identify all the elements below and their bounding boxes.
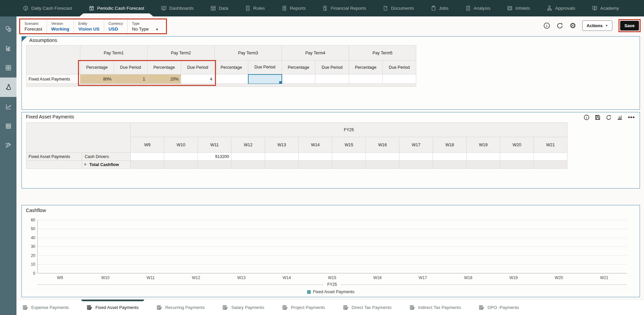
pov-currency[interactable]: Currency USD [104, 19, 128, 33]
sidebar-item-plus-dashboard[interactable] [0, 58, 16, 77]
grid-cell-pt2-due-period[interactable]: 4 [181, 74, 215, 84]
grid-cell-w12[interactable] [231, 161, 265, 169]
grid-cell-w11[interactable] [198, 161, 231, 169]
tab-label: Project Payments [291, 305, 325, 310]
refresh-icon[interactable] [606, 114, 612, 120]
save-disk-icon[interactable] [595, 114, 601, 120]
grid-cell-w13[interactable] [265, 161, 299, 169]
tab-direct-tax-payments[interactable]: Direct Tax Payments [343, 300, 392, 315]
sidebar-item-assumptions-lab[interactable] [0, 77, 16, 97]
more-ellipsis-icon[interactable]: ••• [628, 115, 635, 120]
nav-item-analysis[interactable]: Analysis [465, 0, 490, 16]
refresh-icon[interactable] [556, 22, 563, 29]
tab-indirect-tax-payments[interactable]: Indirect Tax Payments [410, 300, 461, 315]
infolet-icon [507, 5, 513, 11]
grid-cell-pt1-percentage[interactable]: 80% [80, 74, 114, 84]
grid-cell-w20[interactable] [500, 153, 534, 161]
save-button[interactable]: Save [620, 21, 639, 31]
grid-cell-w21[interactable] [534, 153, 567, 161]
tab-project-payments[interactable]: Project Payments [282, 300, 325, 315]
grid-cell-w14[interactable] [299, 161, 332, 169]
assumptions-grid: Pay Term1 Pay Term2 Pay Term3 Pay Term4 … [26, 45, 416, 84]
nav-item-dashboards[interactable]: Dashboards [161, 0, 194, 16]
pov-scenario[interactable]: Scenario Forecast [20, 19, 47, 33]
pov-entity-value[interactable]: Vision US [78, 27, 99, 32]
sidebar-item-table-grid[interactable] [0, 116, 16, 136]
nav-item-documents[interactable]: Documents [383, 0, 414, 16]
grid-cell-w20[interactable] [500, 161, 534, 169]
pov-type-dropdown[interactable]: Type No Type▼ [128, 19, 163, 33]
grid-cell-pt5-due-period[interactable] [383, 74, 416, 84]
grid-cell-pt5-percentage[interactable] [349, 74, 383, 84]
grid-cell-w18[interactable] [433, 153, 467, 161]
nav-item-data[interactable]: Data [210, 0, 228, 16]
week-header: W17 [399, 137, 433, 153]
grid-cell-w15[interactable] [332, 153, 366, 161]
nav-item-infolets[interactable]: Infolets [507, 0, 530, 16]
grid-cell-w13[interactable] [265, 153, 299, 161]
grid-cell-w9[interactable] [131, 153, 164, 161]
info-icon[interactable] [584, 114, 590, 120]
tab-salary-payments[interactable]: Salary Payments [222, 300, 264, 315]
pov-currency-value[interactable]: USD [109, 27, 123, 32]
fixed-asset-payments-panel: Fixed Asset Payments ••• [22, 112, 640, 189]
grid-cell-pt1-due-period[interactable]: 1 [114, 74, 147, 84]
grid-cell-w17[interactable] [399, 161, 433, 169]
tab-recurring-payments[interactable]: Recurring Payments [157, 300, 205, 315]
nav-item-periodic-cash-forecast[interactable]: $ Periodic Cash Forecast [89, 0, 144, 16]
gridline [38, 220, 627, 220]
nav-item-rules[interactable]: Rules [245, 0, 265, 16]
sidebar-item-bar-chart[interactable] [0, 39, 16, 58]
grid-cell-w21[interactable] [534, 161, 567, 169]
nav-item-daily-cash-forecast[interactable]: $ Daily Cash Forecast [23, 0, 72, 16]
grid-cell-w10[interactable] [164, 153, 198, 161]
nav-item-approvals[interactable]: Approvals [547, 0, 575, 16]
grid-cell-w10[interactable] [164, 161, 198, 169]
tab-fixed-asset-payments[interactable]: Fixed Asset Payments [87, 300, 139, 315]
pov-scenario-value[interactable]: Forecast [25, 27, 42, 32]
nav-item-jobs[interactable]: Jobs [431, 0, 449, 16]
nav-item-reports[interactable]: Reports [282, 0, 306, 16]
nav-label: Data [219, 6, 228, 11]
grid-cell-w16[interactable] [366, 161, 399, 169]
grid-cell-w18[interactable] [433, 161, 467, 169]
pov-type-value[interactable]: No Type▼ [132, 27, 159, 32]
grid-cell-w19[interactable] [467, 161, 500, 169]
grid-cell-w15[interactable] [332, 161, 366, 169]
grid-cell-w17[interactable] [399, 153, 433, 161]
percentage-header: Percentage [147, 60, 181, 74]
grid-cell-pt2-percentage[interactable]: 20% [147, 74, 181, 84]
info-icon[interactable] [543, 22, 550, 29]
calendar-dollar-icon: $ [89, 5, 94, 11]
expand-triangle-icon[interactable] [85, 163, 86, 166]
gridline [38, 229, 627, 229]
sidebar-item-line-chart[interactable] [0, 97, 16, 116]
grid-cell-w16[interactable] [366, 153, 399, 161]
nav-item-financial-reports[interactable]: $ Financial Reports [322, 0, 366, 16]
grid-cell-w19[interactable] [467, 153, 500, 161]
grid-cell-pt3-due-period-selected[interactable] [248, 74, 282, 84]
grid-cell-w12[interactable] [231, 153, 265, 161]
bar-chart-icon[interactable] [617, 114, 623, 120]
grid-cell-w14[interactable] [299, 153, 332, 161]
tab-label: Direct Tax Payments [352, 305, 392, 310]
row-header-total-cashflow[interactable]: Total Cashflow [82, 161, 131, 169]
week-header: W10 [164, 137, 198, 153]
actions-button[interactable]: Actions ▼ [582, 20, 612, 31]
tab-dpo-payments[interactable]: DPO -Payments [479, 300, 519, 315]
week-header: W13 [265, 137, 299, 153]
pov-version[interactable]: Version Working [47, 19, 74, 33]
tab-expense-payments[interactable]: Expense Payments [23, 300, 69, 315]
nav-item-academy[interactable]: Academy [592, 0, 619, 16]
grid-cell-pt3-percentage[interactable] [215, 74, 248, 84]
gear-icon[interactable]: ⚙ [569, 22, 576, 29]
grid-cell-w9[interactable] [131, 161, 164, 169]
pov-entity[interactable]: Entity Vision US [74, 19, 104, 33]
grid-cell-w11[interactable]: 913200 [198, 153, 231, 161]
sidebar-item-cash-currency[interactable]: $ [0, 19, 16, 39]
row-header-fixed-asset-payments: Fixed Asset Payments [27, 74, 80, 84]
grid-cell-pt4-percentage[interactable] [282, 74, 315, 84]
pov-version-value[interactable]: Working [51, 27, 70, 32]
grid-cell-pt4-due-period[interactable] [315, 74, 349, 84]
sidebar-item-tools[interactable] [0, 136, 16, 155]
